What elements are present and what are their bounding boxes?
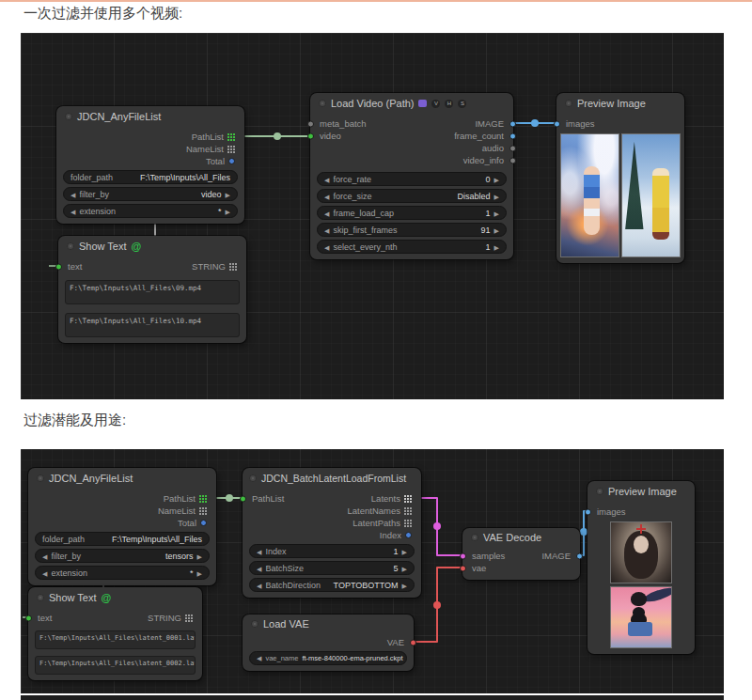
output-dot[interactable]	[200, 520, 207, 526]
node-load-video-path[interactable]: Load Video (Path) V H S meta_batch IMAGE…	[310, 93, 513, 259]
widget-folder-path[interactable]: folder_path F:\Temp\Inputs\All_Files	[35, 532, 210, 546]
input-dot-meta-batch[interactable]	[307, 120, 314, 127]
arrow-left-icon[interactable]	[70, 207, 75, 216]
arrow-left-icon[interactable]	[42, 568, 47, 578]
node-show-text[interactable]: Show Text text STRING F:\Temp\Inputs\All…	[58, 236, 246, 343]
output-dot-frame-count[interactable]	[509, 132, 516, 139]
node-title-bar[interactable]: VAE Decode	[462, 528, 580, 547]
node-show-text[interactable]: Show Text text STRING F:\Temp\Inputs\All…	[28, 587, 202, 680]
widget-select-every-nth[interactable]: select_every_nth 1	[317, 240, 507, 254]
collapse-dot-icon[interactable]	[37, 594, 44, 601]
showtext-line-1[interactable]: F:\Temp\Inputs\All_Files\latent_0001.lat…	[35, 630, 196, 649]
arrow-left-icon[interactable]	[42, 552, 47, 561]
collapse-dot-icon[interactable]	[37, 474, 44, 482]
arrow-left-icon[interactable]	[324, 226, 329, 235]
list-output-icon[interactable]	[185, 614, 193, 622]
node-title-bar[interactable]: Show Text	[28, 587, 202, 608]
widget-extension[interactable]: extension *	[35, 566, 210, 580]
link-dot[interactable]	[433, 601, 441, 609]
arrow-right-icon[interactable]	[226, 207, 230, 216]
widget-force-size[interactable]: force_size Disabled	[317, 189, 507, 203]
widget-force-rate[interactable]: force_rate 0	[317, 172, 507, 186]
widget-vae-name[interactable]: vae_name ft-mse-840000-ema-pruned.ckpt	[249, 651, 407, 665]
widget-folder-path[interactable]: folder_path F:\Temp\Inputs\All_Files	[63, 170, 238, 184]
list-output-icon[interactable]	[404, 495, 412, 503]
collapse-dot-icon[interactable]	[565, 100, 572, 107]
output-dot-image[interactable]	[509, 120, 516, 127]
list-output-icon[interactable]	[227, 133, 235, 141]
input-dot-samples[interactable]	[460, 552, 466, 559]
widget-filter-by[interactable]: filter_by tensors	[35, 549, 210, 563]
output-dot[interactable]	[228, 158, 235, 164]
list-output-icon[interactable]	[199, 495, 207, 503]
arrow-left-icon[interactable]	[257, 581, 261, 590]
widget-extension[interactable]: extension *	[63, 204, 238, 218]
node-preview-image[interactable]: Preview Image images	[556, 93, 684, 263]
arrow-right-icon[interactable]	[494, 192, 499, 201]
showtext-line-1[interactable]: F:\Temp\Inputs\All_Files\09.mp4	[65, 280, 240, 304]
arrow-right-icon[interactable]	[402, 581, 407, 590]
output-dot-vae[interactable]	[410, 639, 416, 646]
node-title-bar[interactable]: JDCN_BatchLatentLoadFromList	[243, 468, 421, 489]
arrow-left-icon[interactable]	[70, 190, 75, 199]
list-output-icon[interactable]	[404, 507, 412, 515]
input-dot-video[interactable]	[307, 132, 314, 139]
node-title-bar[interactable]: JDCN_AnyFileList	[28, 468, 216, 489]
graph-canvas-1[interactable]: JDCN_AnyFileList PathList NameList Total…	[21, 33, 724, 399]
list-output-icon[interactable]	[404, 520, 412, 527]
input-dot-images[interactable]	[585, 508, 591, 515]
list-output-icon[interactable]	[227, 146, 235, 153]
arrow-left-icon[interactable]	[324, 242, 329, 252]
link-dot[interactable]	[433, 522, 441, 530]
widget-filter-by[interactable]: filter_by video	[63, 187, 238, 201]
node-title-bar[interactable]: Load VAE	[243, 614, 414, 633]
link-dot[interactable]	[531, 119, 539, 127]
arrow-left-icon[interactable]	[324, 209, 329, 218]
arrow-right-icon[interactable]	[197, 568, 202, 578]
output-dot-audio[interactable]	[509, 145, 516, 151]
node-preview-image[interactable]: Preview Image images	[588, 481, 695, 654]
collapse-dot-icon[interactable]	[319, 100, 326, 107]
node-jdcn-anyfilelist[interactable]: JDCN_AnyFileList PathList NameList Total…	[28, 468, 216, 585]
arrow-left-icon[interactable]	[257, 654, 261, 662]
widget-batchdirection[interactable]: BatchDirection TOPTOBOTTOM	[249, 578, 415, 592]
graph-canvas-2[interactable]: JDCN_AnyFileList PathList NameList Total…	[21, 449, 724, 693]
input-dot-pathlist[interactable]	[240, 495, 246, 502]
arrow-right-icon[interactable]	[494, 209, 499, 218]
showtext-line-2[interactable]: F:\Temp\Inputs\All_Files\latent_0002.lat…	[35, 656, 196, 675]
node-title-bar[interactable]: Show Text	[58, 236, 246, 257]
list-output-icon[interactable]	[229, 263, 237, 271]
arrow-right-icon[interactable]	[197, 552, 202, 561]
input-dot-text[interactable]	[25, 614, 32, 621]
node-load-vae[interactable]: Load VAE VAE vae_name ft-mse-840000-ema-…	[243, 614, 414, 671]
arrow-left-icon[interactable]	[257, 547, 261, 556]
input-dot-images[interactable]	[554, 120, 560, 127]
arrow-right-icon[interactable]	[402, 547, 407, 556]
collapse-dot-icon[interactable]	[65, 113, 72, 120]
node-jdcn-batch-latent-load[interactable]: JDCN_BatchLatentLoadFromList PathList La…	[243, 468, 421, 598]
showtext-line-2[interactable]: F:\Temp\Inputs\All_Files\10.mp4	[65, 313, 240, 337]
link-dot[interactable]	[580, 528, 588, 536]
link-dot[interactable]	[226, 494, 233, 502]
collapse-dot-icon[interactable]	[251, 620, 258, 628]
collapse-dot-icon[interactable]	[249, 474, 257, 482]
node-title-bar[interactable]: Preview Image	[588, 481, 695, 502]
widget-frame-load-cap[interactable]: frame_load_cap 1	[317, 206, 507, 220]
arrow-right-icon[interactable]	[494, 242, 499, 252]
arrow-right-icon[interactable]	[402, 564, 407, 573]
list-output-icon[interactable]	[199, 507, 207, 515]
node-title-bar[interactable]: JDCN_AnyFileList	[56, 106, 244, 127]
node-vae-decode[interactable]: VAE Decode samples IMAGE vae	[462, 528, 580, 580]
arrow-right-icon[interactable]	[226, 190, 230, 199]
input-dot-text[interactable]	[55, 263, 62, 270]
widget-skip-first-frames[interactable]: skip_first_frames 91	[317, 223, 507, 237]
arrow-right-icon[interactable]	[494, 226, 499, 235]
collapse-dot-icon[interactable]	[67, 242, 74, 250]
collapse-dot-icon[interactable]	[471, 534, 478, 541]
arrow-left-icon[interactable]	[324, 192, 329, 201]
widget-index[interactable]: Index 1	[249, 544, 415, 558]
collapse-dot-icon[interactable]	[596, 488, 603, 495]
widget-batchsize[interactable]: BatchSize 5	[249, 561, 415, 575]
arrow-right-icon[interactable]	[494, 175, 499, 184]
arrow-left-icon[interactable]	[257, 564, 261, 573]
